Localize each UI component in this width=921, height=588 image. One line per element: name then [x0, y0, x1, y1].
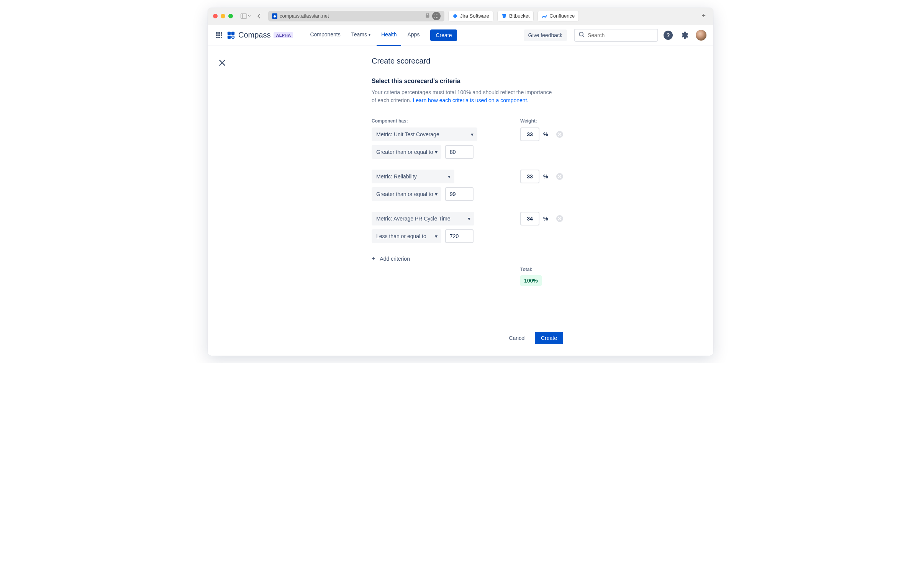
threshold-input[interactable] — [445, 187, 474, 201]
section-title: Select this scorecard's criteria — [372, 78, 578, 85]
favorite-bitbucket[interactable]: Bitbucket — [497, 11, 534, 21]
svg-point-6 — [434, 17, 435, 18]
product-logo[interactable]: Compass ALPHA — [227, 31, 293, 39]
confluence-icon — [542, 13, 547, 19]
percent-symbol: % — [543, 216, 548, 222]
search-icon — [578, 31, 585, 39]
total-block: Total: 100% — [520, 267, 578, 286]
favorite-label: Jira Software — [460, 13, 489, 19]
weight-input[interactable] — [520, 170, 539, 183]
operator-value: Greater than or equal to — [376, 149, 433, 155]
app-body: Create scorecard Select this scorecard's… — [208, 46, 713, 356]
svg-rect-12 — [232, 36, 234, 38]
chevron-down-icon: ▾ — [435, 233, 438, 239]
operator-select[interactable]: Greater than or equal to ▾ — [372, 145, 441, 159]
user-avatar[interactable] — [696, 30, 706, 41]
column-labels: Component has: Weight: — [372, 118, 578, 124]
operator-select[interactable]: Greater than or equal to ▾ — [372, 187, 441, 201]
plus-icon: + — [372, 255, 375, 262]
weight-input[interactable] — [520, 127, 539, 141]
favorite-label: Bitbucket — [509, 13, 529, 19]
jira-icon — [452, 13, 458, 19]
total-label: Total: — [520, 267, 578, 272]
cancel-button[interactable]: Cancel — [504, 332, 530, 344]
chevron-down-icon: ▾ — [448, 173, 451, 180]
svg-point-5 — [438, 15, 438, 15]
minimize-window-icon[interactable] — [221, 14, 225, 18]
threshold-input[interactable] — [445, 145, 474, 159]
product-name: Compass — [238, 31, 270, 39]
svg-point-13 — [579, 32, 583, 36]
svg-line-14 — [583, 36, 584, 37]
nav-teams[interactable]: Teams▾ — [347, 24, 375, 46]
back-button[interactable] — [254, 12, 264, 20]
operator-value: Less than or equal to — [376, 233, 426, 239]
nav-label: Apps — [407, 31, 420, 38]
primary-nav: Components Teams▾ Health Apps — [305, 24, 424, 46]
close-window-icon[interactable] — [213, 14, 218, 18]
favorite-confluence[interactable]: Confluence — [538, 11, 579, 21]
page-title: Create scorecard — [372, 57, 578, 65]
remove-criterion-button[interactable] — [556, 215, 563, 222]
total-value: 100% — [520, 275, 542, 286]
sidebar-toggle-button[interactable] — [241, 12, 251, 20]
remove-criterion-button[interactable] — [556, 131, 563, 138]
add-criterion-label: Add criterion — [380, 256, 410, 262]
form-footer: Cancel Create — [372, 332, 563, 344]
close-panel-button[interactable] — [215, 55, 230, 70]
chevron-down-icon: ▾ — [471, 131, 474, 137]
reader-mode-icon[interactable] — [432, 12, 441, 20]
favorite-jira[interactable]: Jira Software — [448, 11, 493, 21]
create-scorecard-form: Create scorecard Select this scorecard's… — [372, 57, 578, 356]
nav-apps[interactable]: Apps — [403, 24, 424, 46]
bitbucket-icon — [501, 13, 507, 19]
operator-value: Greater than or equal to — [376, 191, 433, 197]
chevron-down-icon: ▾ — [435, 149, 438, 155]
alpha-badge: ALPHA — [274, 32, 293, 38]
maximize-window-icon[interactable] — [228, 14, 233, 18]
create-button[interactable]: Create — [430, 29, 457, 41]
new-tab-button[interactable]: + — [699, 12, 708, 20]
metric-select[interactable]: Metric: Reliability ▾ — [372, 170, 454, 183]
percent-symbol: % — [543, 173, 548, 180]
svg-point-3 — [434, 15, 435, 15]
chevron-down-icon: ▾ — [468, 216, 470, 222]
remove-criterion-button[interactable] — [556, 173, 563, 180]
lock-icon — [425, 13, 430, 20]
svg-rect-0 — [241, 14, 247, 18]
chevron-down-icon: ▾ — [369, 33, 370, 37]
site-favicon: ◆ — [272, 13, 277, 19]
window-controls — [213, 14, 233, 18]
add-criterion-button[interactable]: + Add criterion — [372, 254, 578, 264]
operator-select[interactable]: Less than or equal to ▾ — [372, 229, 441, 243]
browser-window: ◆ compass.atlassian.net Jira Software Bi… — [208, 8, 713, 356]
metric-select[interactable]: Metric: Unit Test Coverage ▾ — [372, 127, 477, 141]
chevron-down-icon: ▾ — [435, 191, 438, 197]
settings-icon[interactable] — [678, 29, 690, 41]
help-icon[interactable]: ? — [664, 31, 673, 40]
nav-health[interactable]: Health — [377, 24, 401, 46]
favorite-label: Confluence — [549, 13, 575, 19]
app-header: Compass ALPHA Components Teams▾ Health A… — [208, 24, 713, 46]
svg-point-4 — [436, 15, 437, 15]
submit-create-button[interactable]: Create — [535, 332, 563, 344]
component-has-label: Component has: — [372, 118, 520, 124]
criterion-row: Metric: Unit Test Coverage ▾ % Greater t… — [372, 127, 578, 159]
metric-value: Metric: Unit Test Coverage — [376, 131, 439, 137]
app-switcher-icon[interactable] — [215, 31, 224, 40]
search-box[interactable] — [574, 29, 658, 42]
give-feedback-button[interactable]: Give feedback — [524, 29, 567, 41]
svg-rect-9 — [228, 31, 231, 34]
weight-input[interactable] — [520, 212, 539, 225]
address-bar[interactable]: ◆ compass.atlassian.net — [268, 11, 444, 21]
threshold-input[interactable] — [445, 229, 474, 243]
url-text: compass.atlassian.net — [280, 13, 423, 19]
nav-components[interactable]: Components — [305, 24, 345, 46]
nav-label: Components — [310, 31, 340, 38]
metric-select[interactable]: Metric: Average PR Cycle Time ▾ — [372, 212, 474, 225]
percent-symbol: % — [543, 131, 548, 137]
svg-rect-2 — [426, 15, 429, 18]
svg-point-8 — [438, 17, 438, 18]
learn-more-link[interactable]: Learn how each criteria is used on a com… — [413, 97, 528, 103]
search-input[interactable] — [588, 32, 655, 38]
